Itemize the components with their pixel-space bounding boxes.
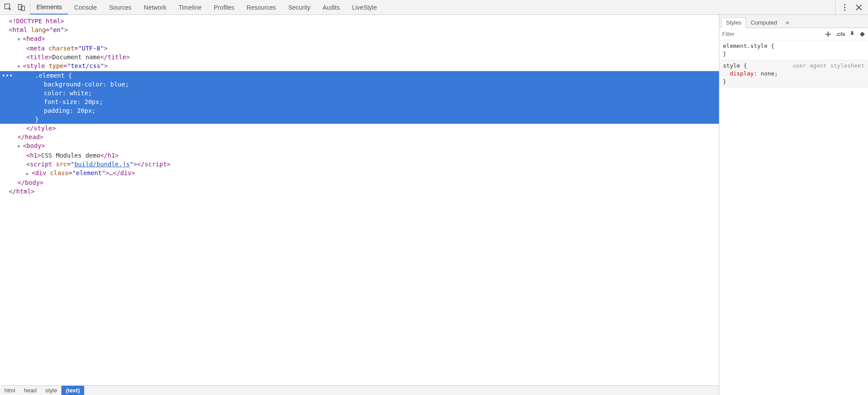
tab-security[interactable]: Security [282, 0, 317, 14]
dom-tree[interactable]: <!DOCTYPE html> <html lang="en"> ▼<head>… [0, 15, 719, 385]
tab-audits[interactable]: Audits [317, 0, 346, 14]
tab-styles[interactable]: Styles [721, 17, 746, 28]
svg-point-4 [844, 7, 845, 8]
crumb-head[interactable]: head [20, 386, 41, 395]
breadcrumb: html head style (text) [0, 385, 719, 395]
selected-css-text[interactable]: •••.element { background-color: blue; co… [0, 71, 719, 124]
crumb-style[interactable]: style [41, 386, 61, 395]
element-style-rule[interactable]: element.style { } [719, 40, 868, 60]
kebab-menu-icon[interactable] [841, 4, 849, 11]
toolbar-right-tools [835, 0, 868, 14]
doctype-node[interactable]: <!DOCTYPE html> [9, 18, 64, 25]
tab-timeline[interactable]: Timeline [172, 0, 207, 14]
crumb-html[interactable]: html [0, 386, 20, 395]
styles-filter-input[interactable] [722, 31, 821, 37]
user-agent-rule[interactable]: style {user agent stylesheet display: no… [719, 60, 868, 88]
styles-rules: element.style { } style {user agent styl… [719, 40, 868, 395]
svg-rect-6 [860, 32, 864, 36]
tab-profiles[interactable]: Profiles [208, 0, 241, 14]
svg-point-5 [844, 9, 845, 11]
dom-panel: <!DOCTYPE html> <html lang="en"> ▼<head>… [0, 15, 719, 395]
close-devtools-icon[interactable] [855, 4, 863, 11]
styles-panel: Styles Computed » .cls element.style { } [719, 15, 868, 395]
toolbar-left-tools [0, 0, 30, 14]
device-mode-icon[interactable] [18, 4, 25, 11]
toggle-classes-button[interactable]: .cls [836, 31, 845, 37]
styles-filter-row: .cls [719, 28, 868, 40]
tab-elements[interactable]: Elements [30, 0, 68, 14]
toolbar-tabs: Elements Console Sources Network Timelin… [30, 0, 383, 14]
styles-tabs: Styles Computed » [719, 15, 868, 28]
tab-resources[interactable]: Resources [241, 0, 282, 14]
new-style-rule-icon[interactable] [825, 31, 831, 37]
tab-sources[interactable]: Sources [103, 0, 138, 14]
tab-network[interactable]: Network [138, 0, 172, 14]
tab-livestyle[interactable]: LiveStyle [346, 0, 383, 14]
crumb-text[interactable]: (text) [61, 386, 84, 395]
inspect-element-icon[interactable] [4, 4, 12, 11]
main-toolbar: Elements Console Sources Network Timelin… [0, 0, 868, 15]
pin-icon[interactable] [850, 31, 855, 37]
toggle-element-state-icon[interactable] [859, 31, 865, 37]
tab-console[interactable]: Console [68, 0, 103, 14]
tab-computed[interactable]: Computed [746, 18, 781, 28]
ellipsis-icon[interactable]: ••• [2, 72, 13, 79]
more-tabs-icon[interactable]: » [784, 17, 791, 28]
svg-rect-1 [18, 4, 22, 10]
svg-point-3 [844, 4, 845, 5]
